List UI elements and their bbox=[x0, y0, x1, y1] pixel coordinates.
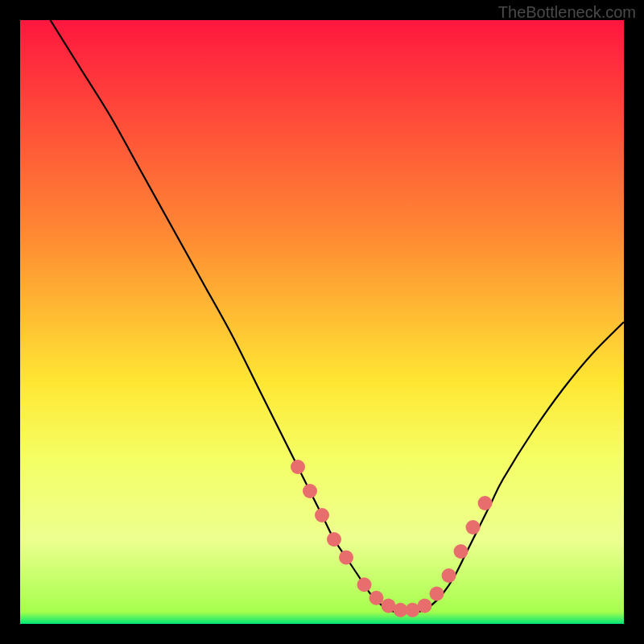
chart-background bbox=[20, 20, 624, 624]
marker-dot bbox=[430, 587, 444, 601]
marker-dot bbox=[339, 551, 353, 565]
marker-dot bbox=[357, 577, 372, 592]
marker-dot bbox=[466, 520, 481, 535]
marker-dot bbox=[454, 544, 469, 559]
marker-dot bbox=[327, 532, 341, 547]
marker-dot bbox=[442, 568, 456, 583]
watermark-text: TheBottleneck.com bbox=[498, 3, 636, 22]
marker-dot bbox=[315, 508, 329, 522]
marker-dot bbox=[418, 599, 432, 613]
marker-dot bbox=[478, 496, 493, 510]
marker-dot bbox=[303, 484, 317, 498]
marker-dot bbox=[369, 591, 384, 605]
marker-dot bbox=[291, 460, 305, 474]
bottleneck-chart bbox=[20, 20, 624, 624]
